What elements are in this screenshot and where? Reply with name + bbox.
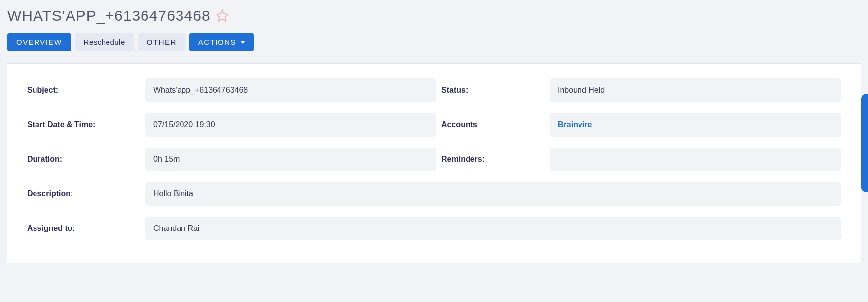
tab-other-label: OTHER	[147, 38, 177, 46]
header-bar: WHATS'APP_+61364763468	[7, 7, 861, 24]
page-title: WHATS'APP_+61364763468	[7, 7, 211, 24]
value-start: 07/15/2020 19:30	[145, 113, 436, 137]
value-accounts-link[interactable]: Brainvire	[550, 113, 841, 137]
value-assigned: Chandan Rai	[145, 217, 841, 240]
label-start: Start Date & Time:	[27, 120, 141, 129]
label-status: Status:	[441, 86, 545, 95]
label-reminders: Reminders:	[441, 155, 545, 164]
value-subject: Whats'app_+61364763468	[145, 78, 436, 102]
tab-bar: OVERVIEW Reschedule OTHER ACTIONS	[7, 33, 861, 51]
label-accounts: Accounts	[441, 120, 545, 129]
svg-marker-0	[217, 10, 228, 21]
label-duration: Duration:	[27, 155, 141, 164]
tab-reschedule[interactable]: Reschedule	[75, 33, 134, 51]
favorite-star-icon[interactable]	[216, 9, 229, 23]
label-description: Description:	[27, 189, 141, 198]
value-description: Hello Binita	[145, 182, 841, 206]
chevron-down-icon	[240, 41, 245, 44]
side-handle[interactable]	[861, 94, 868, 192]
label-subject: Subject:	[27, 86, 141, 95]
tab-other[interactable]: OTHER	[138, 33, 185, 51]
details-panel: Subject: Whats'app_+61364763468 Status: …	[7, 63, 861, 263]
tab-actions-label: ACTIONS	[198, 38, 236, 46]
value-status: Inbound Held	[550, 78, 841, 102]
tab-overview[interactable]: OVERVIEW	[7, 33, 71, 51]
tab-overview-label: OVERVIEW	[16, 38, 62, 46]
label-assigned: Assigned to:	[27, 224, 141, 233]
details-grid: Subject: Whats'app_+61364763468 Status: …	[27, 78, 841, 240]
value-duration: 0h 15m	[145, 148, 436, 171]
value-reminders	[550, 148, 841, 171]
tab-actions[interactable]: ACTIONS	[189, 33, 254, 51]
tab-reschedule-label: Reschedule	[84, 38, 125, 46]
